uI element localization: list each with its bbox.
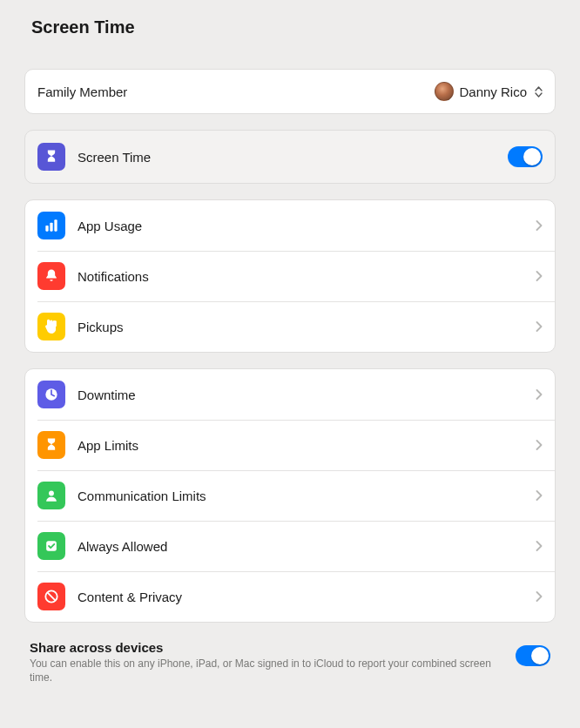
always-allowed-label: Always Allowed <box>78 539 536 554</box>
pickups-label: Pickups <box>78 320 536 334</box>
avatar <box>435 82 454 101</box>
chevron-right-icon <box>536 389 543 400</box>
share-text: Share across devices You can enable this… <box>30 640 503 684</box>
bell-icon <box>37 262 65 290</box>
person-bubble-icon <box>37 482 65 509</box>
app-limits-row[interactable]: App Limits <box>25 420 555 470</box>
svg-rect-0 <box>45 226 48 232</box>
notifications-row[interactable]: Notifications <box>25 251 555 301</box>
downtime-row[interactable]: Downtime <box>25 369 555 420</box>
hand-icon <box>37 313 65 340</box>
hourglass-icon <box>37 143 65 171</box>
communication-limits-label: Communication Limits <box>78 489 536 503</box>
content-privacy-label: Content & Privacy <box>78 590 536 604</box>
chevron-right-icon <box>536 220 543 231</box>
screen-time-toggle-row: Screen Time <box>25 131 555 183</box>
svg-point-5 <box>49 491 54 496</box>
screen-time-toggle[interactable] <box>508 146 543 167</box>
screen-time-toggle-card: Screen Time <box>24 130 556 184</box>
checkmark-shield-icon <box>37 532 65 560</box>
family-member-card: Family Member Danny Rico <box>24 69 556 114</box>
family-member-name: Danny Rico <box>459 84 527 99</box>
app-usage-row[interactable]: App Usage <box>25 200 555 251</box>
family-member-label: Family Member <box>37 84 435 99</box>
svg-rect-2 <box>54 219 57 231</box>
pickups-row[interactable]: Pickups <box>25 301 555 352</box>
notifications-label: Notifications <box>78 269 536 284</box>
page-title: Screen Time <box>24 17 556 37</box>
screen-time-label: Screen Time <box>78 150 508 165</box>
limits-list: Downtime App Limits Communication Limits <box>24 368 556 623</box>
share-description: You can enable this on any iPhone, iPad,… <box>30 657 503 684</box>
chevron-right-icon <box>536 490 543 501</box>
always-allowed-row[interactable]: Always Allowed <box>25 521 555 571</box>
svg-rect-1 <box>50 223 52 232</box>
svg-rect-3 <box>53 320 57 327</box>
chevron-right-icon <box>536 591 543 602</box>
chevron-updown-icon <box>534 84 543 98</box>
family-member-selector[interactable]: Family Member Danny Rico <box>25 70 555 113</box>
chart-icon <box>37 212 65 239</box>
svg-line-8 <box>47 592 55 600</box>
usage-list: App Usage Notifications Pickups <box>24 199 556 353</box>
chevron-right-icon <box>536 321 543 332</box>
app-limits-label: App Limits <box>78 438 536 453</box>
app-usage-label: App Usage <box>78 219 536 233</box>
share-toggle[interactable] <box>516 645 550 666</box>
communication-limits-row[interactable]: Communication Limits <box>25 470 555 521</box>
downtime-label: Downtime <box>78 388 536 402</box>
family-member-value: Danny Rico <box>435 82 543 101</box>
content-privacy-row[interactable]: Content & Privacy <box>25 571 555 622</box>
chevron-right-icon <box>536 271 543 281</box>
share-title: Share across devices <box>30 640 503 655</box>
hourglass-icon <box>37 431 65 459</box>
no-symbol-icon <box>37 583 65 610</box>
moon-clock-icon <box>37 381 65 408</box>
share-across-devices-section: Share across devices You can enable this… <box>24 638 556 684</box>
chevron-right-icon <box>536 541 543 551</box>
chevron-right-icon <box>536 440 543 450</box>
